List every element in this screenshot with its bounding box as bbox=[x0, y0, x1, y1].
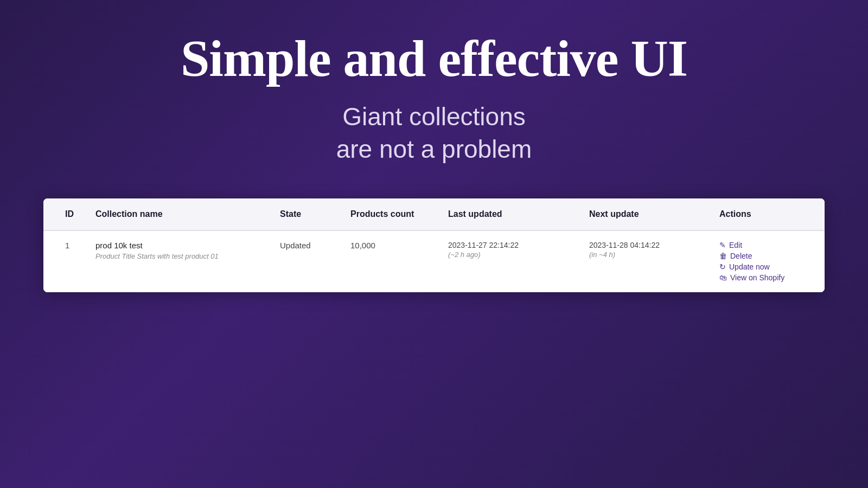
state-value: Updated bbox=[280, 241, 311, 250]
cell-products-count: 10,000 bbox=[340, 230, 437, 292]
table-row: 1 prod 10k test Product Title Starts wit… bbox=[43, 230, 825, 292]
cell-id: 1 bbox=[43, 230, 85, 292]
table-header-row: ID Collection name State Products count … bbox=[43, 198, 825, 230]
subtitle: Giant collections are not a problem bbox=[0, 101, 868, 166]
collection-title: prod 10k test bbox=[95, 241, 258, 250]
last-updated-relative: (~2 h ago) bbox=[448, 251, 567, 259]
cell-collection-name: prod 10k test Product Title Starts with … bbox=[85, 230, 269, 292]
edit-button[interactable]: ✎ Edit bbox=[719, 241, 814, 249]
col-header-next-update: Next update bbox=[578, 198, 709, 230]
next-update-relative: (in ~4 h) bbox=[589, 251, 698, 259]
collections-table-section: ID Collection name State Products count … bbox=[43, 198, 825, 292]
collection-filter: Product Title Starts with test product 0… bbox=[95, 252, 258, 260]
col-header-last-updated: Last updated bbox=[437, 198, 578, 230]
main-title: Simple and effective UI bbox=[0, 33, 868, 85]
collections-table: ID Collection name State Products count … bbox=[43, 198, 825, 292]
hero-section: Simple and effective UI Giant collection… bbox=[0, 0, 868, 188]
shopify-icon: 🛍 bbox=[719, 273, 727, 282]
update-now-label: Update now bbox=[729, 262, 770, 271]
view-on-shopify-button[interactable]: 🛍 View on Shopify bbox=[719, 273, 814, 282]
update-now-button[interactable]: ↻ Update now bbox=[719, 262, 814, 271]
cell-next-update: 2023-11-28 04:14:22 (in ~4 h) bbox=[578, 230, 709, 292]
edit-label: Edit bbox=[729, 241, 742, 249]
next-update-date: 2023-11-28 04:14:22 bbox=[589, 241, 698, 249]
cell-state: Updated bbox=[269, 230, 340, 292]
view-on-shopify-label: View on Shopify bbox=[730, 273, 784, 282]
delete-button[interactable]: 🗑 Delete bbox=[719, 252, 814, 260]
col-header-collection-name: Collection name bbox=[85, 198, 269, 230]
subtitle-line2: are not a problem bbox=[336, 135, 532, 163]
edit-icon: ✎ bbox=[719, 241, 726, 249]
last-updated-date: 2023-11-27 22:14:22 bbox=[448, 241, 567, 249]
cell-actions: ✎ Edit 🗑 Delete ↻ Update now 🛍 bbox=[709, 230, 825, 292]
actions-container: ✎ Edit 🗑 Delete ↻ Update now 🛍 bbox=[719, 241, 814, 282]
col-header-state: State bbox=[269, 198, 340, 230]
cell-last-updated: 2023-11-27 22:14:22 (~2 h ago) bbox=[437, 230, 578, 292]
col-header-products-count: Products count bbox=[340, 198, 437, 230]
products-count-value: 10,000 bbox=[350, 241, 375, 250]
col-header-actions: Actions bbox=[709, 198, 825, 230]
delete-icon: 🗑 bbox=[719, 252, 727, 260]
update-icon: ↻ bbox=[719, 262, 726, 271]
subtitle-line1: Giant collections bbox=[342, 102, 526, 131]
col-header-id: ID bbox=[43, 198, 85, 230]
delete-label: Delete bbox=[730, 252, 752, 260]
